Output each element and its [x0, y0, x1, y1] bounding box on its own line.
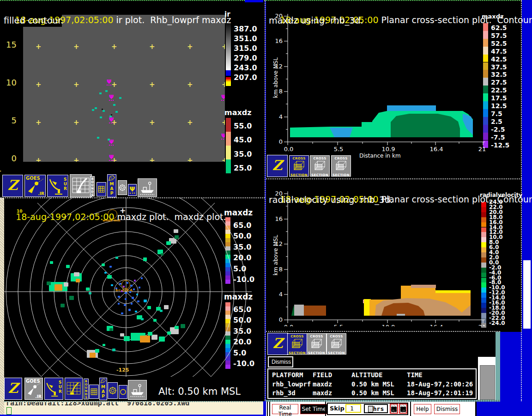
polar-grid-icon	[108, 383, 117, 398]
panel-title-cross-rv-line2: radialvelocity using: rhb_3d.	[269, 194, 393, 206]
radar-echo	[102, 263, 105, 266]
set-time-button[interactable]: Set Time	[300, 404, 328, 414]
table-header-cell: FIELD	[313, 371, 332, 379]
radar-echo	[103, 344, 105, 346]
panel-title-ir-line2: filled contour.	[4, 14, 64, 27]
table-header-cell: TIME	[407, 371, 423, 379]
toolbar-button-ship[interactable]	[128, 380, 147, 400]
help-button[interactable]: Help	[414, 404, 431, 414]
title-text: maxdz plot. maxdz plot.	[115, 212, 226, 222]
toolbar-button-z[interactable]: Z	[2, 175, 23, 197]
zebra-logo-icon: Z	[8, 177, 18, 193]
dialog-dismiss-button[interactable]: Dismiss	[268, 356, 293, 367]
cross-section-button[interactable]: CROSSSECTION	[289, 155, 309, 177]
radar-echo	[175, 326, 179, 329]
colorbar-tick-label: 351.0	[234, 34, 257, 43]
x-axis-tick-label: 10.9	[380, 146, 397, 153]
toolbar-button-sur[interactable]: SUR	[44, 378, 63, 400]
step-forward-button[interactable]: →	[399, 404, 407, 414]
map-label: MAP	[100, 385, 107, 398]
toolbar-button-buoy[interactable]: Ψ	[128, 184, 137, 196]
toolbar-button-bounds[interactable]: BOUNDS	[90, 176, 95, 196]
cross-section-button[interactable]: CROSSSECTION	[307, 333, 326, 355]
bounds-label: BOUNDS	[91, 177, 94, 196]
step-back-button[interactable]: ←	[390, 404, 398, 414]
cross-label-bottom: SECTION	[290, 173, 308, 177]
cross-section-button[interactable]: CROSSSECTION	[331, 155, 351, 177]
x-axis-tick-label: 10.9	[380, 324, 397, 326]
colorbar-tick-label: 207.0	[234, 73, 257, 82]
toolbar-button-goes[interactable]: GOES.IR	[24, 175, 46, 197]
toolbar-button-bounds[interactable]: BOUNDS	[84, 379, 89, 399]
y-axis-title: km above MSL	[272, 52, 279, 103]
toolbar-button-map[interactable]: MAP	[99, 378, 107, 400]
time-control-bar: Real Time Set Time Skip 1 hrs ← → Help D…	[266, 402, 475, 416]
radar-echo	[167, 331, 171, 335]
colorbar-tick-label: 45.0	[234, 135, 252, 144]
y-axis-tick-label: 4	[272, 291, 283, 298]
toolbar-button-grid[interactable]	[89, 385, 99, 399]
cross-section-button[interactable]: CROSSSECTION	[326, 333, 346, 355]
hrs-label: hrs	[373, 405, 384, 412]
toolbar-button-z[interactable]: Z	[4, 378, 22, 400]
panel-title-cross-maxdz-line2: maxdz using: rhb_3d.	[269, 14, 363, 27]
right-arrow-icon: →	[400, 407, 406, 412]
document-icon	[368, 406, 373, 412]
skip-value-field[interactable]: 1	[345, 404, 361, 413]
colorbar-tick-label: 387.0	[234, 24, 257, 33]
radar-echo	[141, 277, 143, 279]
radar-echo	[143, 257, 147, 261]
ir-label: .IR	[35, 394, 42, 399]
skip-group: Skip 1 hrs ← →	[327, 403, 408, 415]
toolbar-button-gear[interactable]	[108, 382, 118, 399]
radar-echo	[74, 272, 79, 276]
colorbar-segment	[226, 132, 231, 146]
radar-echo	[128, 309, 131, 311]
cube-icon	[309, 338, 325, 349]
radar-echo	[136, 294, 138, 295]
toolbar-button-goes[interactable]: GOES.IR	[24, 378, 43, 400]
cross-label-top: CROSS	[307, 335, 326, 338]
real-time-button[interactable]: Real Time	[272, 404, 298, 414]
toolbar-button-z[interactable]: Z	[267, 155, 288, 177]
dialog-scroll-thumb[interactable]	[480, 365, 495, 400]
cross-label-top: CROSS	[327, 335, 346, 338]
terminal-text: rain:beaufait:128>xdump.all 970818.0205.…	[6, 401, 189, 407]
toolbar-button-grid[interactable]	[97, 182, 106, 196]
terminal-window[interactable]: rain:beaufait:128>xdump.all 970818.0205.…	[4, 401, 263, 415]
toolbar-button-gridradar[interactable]	[65, 378, 83, 400]
cross-section-button[interactable]: CROSSSECTION	[287, 333, 307, 355]
radar-echo	[120, 333, 124, 336]
divider	[410, 402, 411, 416]
control-bar-end	[475, 402, 477, 416]
radar-echo	[135, 311, 137, 312]
x-axis-tick-label: 0.0	[280, 146, 297, 153]
y-axis-tick-label: 15	[1, 40, 17, 49]
app-root: ++++++++++++++++++++++++ΨΨΨΨΨΨΨ 18-aug-1…	[0, 0, 532, 416]
radar-echo	[134, 280, 136, 281]
radar-annotation-ring	[121, 280, 130, 289]
toolbar-button-map[interactable]: MAP	[107, 174, 116, 197]
x-axis-tick-label: -11	[0, 164, 8, 173]
y-axis-tick-label: 10	[1, 78, 17, 87]
x-axis-tick-label: 0.0	[280, 324, 297, 326]
top-blue-segment	[245, 0, 263, 2]
toolbar-button-sur[interactable]: SUR	[47, 175, 68, 197]
ir-label: .IR	[38, 191, 44, 196]
radar-annotation-text: -125	[116, 367, 129, 373]
y-axis-tick-label: 4	[272, 113, 283, 120]
right-scrollbar-thumb[interactable]	[523, 260, 531, 329]
cross-section-button[interactable]: CROSSSECTION	[310, 155, 330, 177]
separator-tr-br	[266, 178, 522, 179]
radar-echo	[112, 349, 115, 351]
radar-echo	[107, 275, 112, 279]
dismiss-button[interactable]: Dismiss	[434, 404, 460, 414]
radar-echo	[125, 298, 127, 300]
y-axis-tick-label: 0	[1, 153, 17, 163]
toolbar-button-z[interactable]: Z	[267, 333, 288, 355]
hrs-button[interactable]: hrs	[364, 404, 388, 413]
toolbar-button-ship[interactable]	[138, 178, 157, 197]
toolbar-button-circle[interactable]	[119, 385, 127, 399]
toolbar-button-gear[interactable]	[118, 180, 127, 195]
toolbar-button-gridradar[interactable]	[70, 174, 92, 197]
